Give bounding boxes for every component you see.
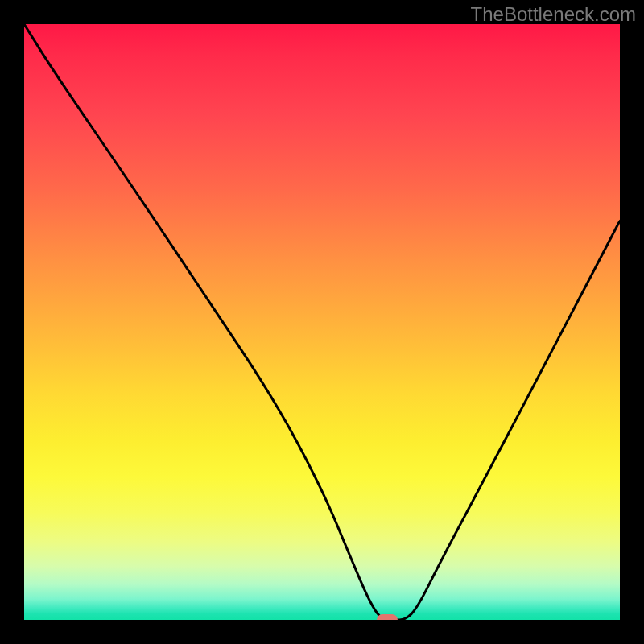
bottleneck-chart: TheBottleneck.com (0, 0, 644, 644)
watermark-text: TheBottleneck.com (471, 3, 636, 26)
plot-area (24, 24, 620, 620)
bottleneck-curve-path (24, 24, 620, 620)
curve-svg (24, 24, 620, 620)
optimal-marker (377, 614, 398, 620)
